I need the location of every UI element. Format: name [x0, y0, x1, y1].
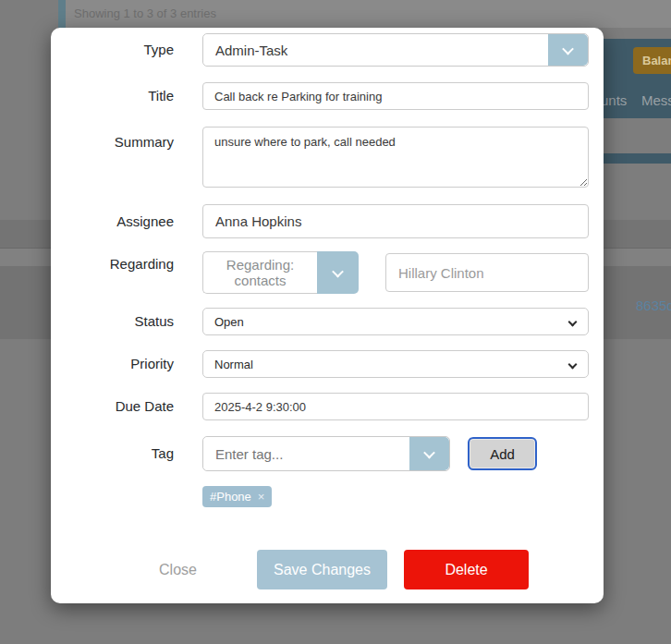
status-select[interactable]: Open: [202, 308, 589, 335]
select-caret-icon: [568, 318, 578, 327]
regarding-type-line1: Regarding:: [226, 257, 294, 273]
save-changes-button[interactable]: Save Changes: [257, 550, 387, 589]
chevron-down-icon: [423, 446, 435, 458]
table-accent-bar: [58, 0, 66, 28]
sidebar-teal-panel: Balan unts Mess: [603, 39, 671, 118]
tag-input-group: [202, 436, 450, 471]
task-edit-modal: Type Title Summary unsure where to park,…: [51, 28, 604, 603]
chevron-down-icon: [562, 43, 574, 55]
type-label: Type: [51, 33, 174, 67]
summary-label: Summary: [51, 134, 174, 151]
priority-select[interactable]: Normal: [202, 350, 589, 378]
nav-accounts-link[interactable]: unts: [603, 92, 627, 108]
regarding-dropdown-button[interactable]: [317, 251, 359, 294]
nav-messages-link[interactable]: Mess: [641, 92, 671, 108]
type-input[interactable]: [203, 34, 548, 66]
chevron-down-icon: [332, 265, 344, 277]
background-nav: unts Mess: [603, 92, 671, 111]
assignee-label: Assignee: [51, 204, 174, 238]
status-value: Open: [214, 315, 244, 329]
regarding-selector-group: Regarding: contacts: [202, 251, 359, 294]
tag-input[interactable]: [203, 437, 409, 470]
due-date-label: Due Date: [51, 393, 174, 420]
teal-band: [603, 153, 671, 164]
regarding-type-line2: contacts: [235, 273, 287, 288]
hash-id-text: 8635d: [636, 298, 671, 313]
assignee-input[interactable]: [202, 204, 589, 238]
close-button[interactable]: Close: [143, 550, 213, 589]
due-date-input[interactable]: [202, 393, 589, 420]
delete-button[interactable]: Delete: [404, 550, 529, 589]
summary-textarea[interactable]: unsure where to park, call needed: [202, 127, 589, 188]
remove-tag-icon[interactable]: ×: [258, 490, 265, 504]
type-dropdown-group: [202, 33, 589, 67]
regarding-type-select[interactable]: Regarding: contacts: [202, 251, 317, 294]
status-label: Status: [51, 308, 174, 335]
regarding-label: Regarding: [51, 256, 174, 273]
title-label: Title: [51, 82, 174, 110]
tag-chip-text: #Phone: [210, 490, 251, 504]
tag-chip[interactable]: #Phone ×: [202, 486, 272, 507]
select-caret-icon: [568, 360, 578, 370]
regarding-contact-input[interactable]: [385, 253, 589, 292]
table-entries-info: Showing 1 to 3 of 3 entries: [74, 6, 216, 20]
tag-label: Tag: [51, 436, 174, 471]
type-dropdown-button[interactable]: [548, 34, 588, 66]
priority-value: Normal: [214, 358, 253, 371]
tag-dropdown-button[interactable]: [409, 437, 449, 470]
add-tag-button[interactable]: Add: [468, 437, 537, 470]
title-input[interactable]: [202, 82, 589, 110]
priority-label: Priority: [51, 350, 174, 378]
balance-button[interactable]: Balan: [633, 47, 671, 74]
